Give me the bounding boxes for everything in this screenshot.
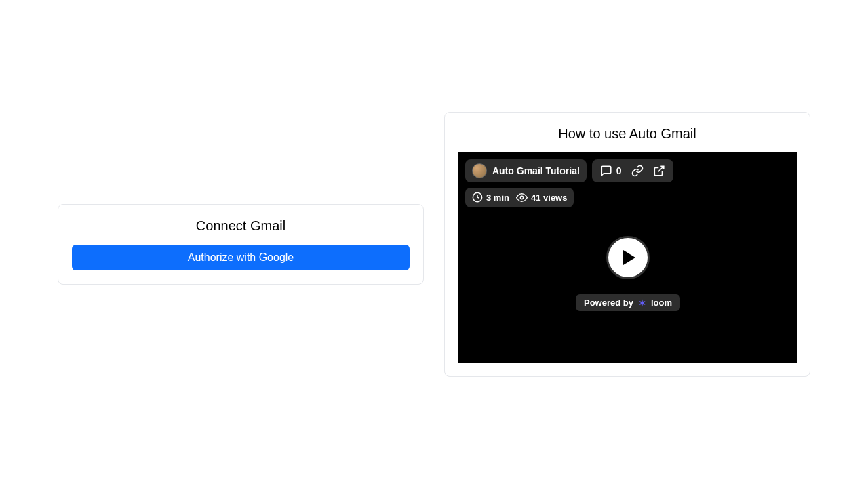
- video-title-text: Auto Gmail Tutorial: [492, 165, 580, 176]
- overlay-row-1: Auto Gmail Tutorial 0: [465, 159, 673, 182]
- svg-point-2: [520, 196, 523, 199]
- play-button[interactable]: [606, 236, 650, 279]
- play-icon: [623, 250, 635, 265]
- eye-icon: [516, 192, 528, 203]
- open-external-button[interactable]: [653, 165, 665, 177]
- avatar: [472, 163, 487, 178]
- duration-text: 3 min: [486, 192, 509, 203]
- link-icon: [631, 165, 644, 177]
- video-stats-pill: 3 min 41 views: [465, 188, 574, 207]
- svg-line-0: [658, 166, 663, 171]
- comments-count: 0: [616, 165, 622, 176]
- connect-gmail-card: Connect Gmail Authorize with Google: [58, 204, 424, 285]
- views-stat: 41 views: [516, 192, 568, 203]
- copy-link-button[interactable]: [631, 165, 644, 177]
- external-link-icon: [653, 165, 665, 177]
- video-overlay: Auto Gmail Tutorial 0: [465, 159, 673, 207]
- tutorial-card: How to use Auto Gmail Auto Gmail Tutoria…: [444, 112, 810, 377]
- duration-stat: 3 min: [472, 192, 509, 203]
- comment-icon: [600, 165, 612, 177]
- powered-by-badge[interactable]: Powered by loom: [576, 294, 680, 311]
- authorize-google-button[interactable]: Authorize with Google: [72, 245, 410, 270]
- powered-by-brand: loom: [651, 298, 672, 308]
- views-text: 41 views: [531, 192, 568, 203]
- powered-by-prefix: Powered by: [584, 298, 633, 308]
- tutorial-title: How to use Auto Gmail: [458, 126, 796, 142]
- clock-icon: [472, 192, 483, 203]
- video-actions-pill: 0: [592, 159, 673, 182]
- comments-button[interactable]: 0: [600, 165, 622, 177]
- loom-logo-icon: [637, 298, 647, 308]
- video-title-pill[interactable]: Auto Gmail Tutorial: [465, 159, 587, 182]
- video-player[interactable]: Auto Gmail Tutorial 0: [458, 152, 797, 363]
- connect-title: Connect Gmail: [72, 218, 410, 234]
